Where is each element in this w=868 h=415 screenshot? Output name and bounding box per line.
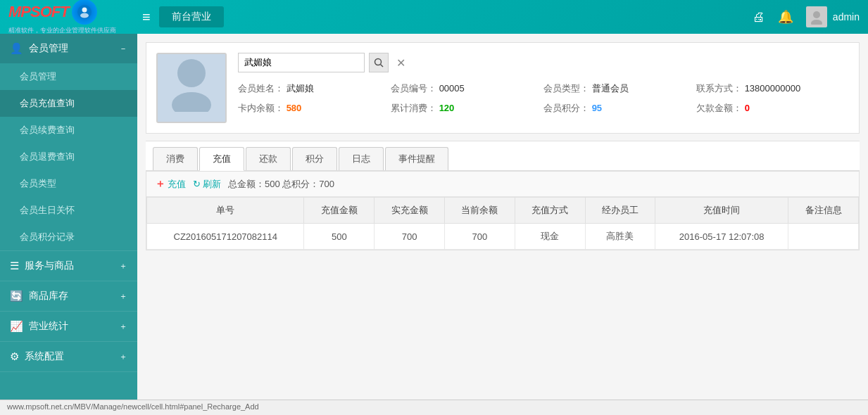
sidebar-item-member-type[interactable]: 会员类型 xyxy=(0,170,137,197)
sidebar-item-member-recharge[interactable]: 会员充值查询 xyxy=(0,90,137,117)
refresh-button[interactable]: ↻ 刷新 xyxy=(193,178,221,191)
cell-current-balance: 700 xyxy=(445,224,515,250)
cell-staff: 高胜美 xyxy=(585,224,655,250)
member-name-label: 会员姓名： xyxy=(238,83,284,94)
sidebar-group-header-stats[interactable]: 📈 营业统计 ＋ xyxy=(0,312,137,341)
add-recharge-label: 充值 xyxy=(168,178,186,191)
search-row: ✕ xyxy=(238,53,849,72)
sidebar-group-member: 👤 会员管理 － 会员管理 会员充值查询 会员续费查询 会员退费查询 会员类型 … xyxy=(0,34,137,251)
summary-text: 总金额：500 总积分：700 xyxy=(228,178,334,191)
member-sidebar-items: 会员管理 会员充值查询 会员续费查询 会员退费查询 会员类型 会员生日关怀 会员… xyxy=(0,63,137,250)
member-info-row-1: 会员姓名： 武媚娘 会员编号： 00005 会员类型： 普通会员 联系方式： 1… xyxy=(238,82,849,95)
sidebar-group-header-member[interactable]: 👤 会员管理 － xyxy=(0,34,137,63)
col-actual-amount: 实充金额 xyxy=(375,198,445,224)
svg-line-8 xyxy=(381,65,384,68)
sidebar-group-system: ⚙ 系统配置 ＋ xyxy=(0,342,137,372)
sidebar-item-member-birthday[interactable]: 会员生日关怀 xyxy=(0,197,137,224)
member-consume-item: 累计消费： 120 xyxy=(391,102,543,115)
tab-event[interactable]: 事件提醒 xyxy=(385,147,448,170)
sidebar-item-member-points[interactable]: 会员积分记录 xyxy=(0,224,137,250)
sidebar-group-header-inventory[interactable]: 🔄 商品库存 ＋ xyxy=(0,281,137,311)
svg-point-6 xyxy=(172,92,211,112)
hamburger-button[interactable]: ≡ xyxy=(142,9,151,25)
member-consume-value: 120 xyxy=(439,103,455,113)
member-info-section: ✕ 会员姓名： 武媚娘 会员编号： 00005 会员类型： 普通会员 xyxy=(238,53,849,122)
services-group-icon: ☰ xyxy=(10,260,19,272)
svg-point-3 xyxy=(813,11,820,18)
avatar xyxy=(806,6,827,27)
member-points-label: 会员积分： xyxy=(543,103,589,113)
col-time: 充值时间 xyxy=(655,198,788,224)
col-remark: 备注信息 xyxy=(788,198,859,224)
search-button[interactable] xyxy=(369,53,389,72)
sidebar-group-services: ☰ 服务与商品 ＋ xyxy=(0,251,137,281)
member-type-value: 普通会员 xyxy=(592,83,629,94)
tab-refund[interactable]: 还款 xyxy=(246,147,291,170)
svg-point-5 xyxy=(177,59,206,87)
tab-bar: 消费 充值 还款 积分 日志 事件提醒 xyxy=(146,141,860,171)
logo-wrapper: MPSOFT 精准软件，专业的企业管理软件供应商 xyxy=(8,0,116,35)
logo-text: MPSOFT xyxy=(8,3,69,21)
cell-actual-amount: 700 xyxy=(375,224,445,250)
member-points-item: 会员积分： 95 xyxy=(543,102,696,115)
panel-container: ＋ 充值 ↻ 刷新 总金额：500 总积分：700 单号 充值金额 实充金额 当… xyxy=(146,171,860,250)
sidebar-group-header-services[interactable]: ☰ 服务与商品 ＋ xyxy=(0,251,137,281)
member-debt-value: 0 xyxy=(745,103,750,113)
svg-point-2 xyxy=(80,13,89,18)
sidebar-group-inventory: 🔄 商品库存 ＋ xyxy=(0,281,137,312)
col-recharge-amount: 充值金额 xyxy=(304,198,375,224)
logo-icon xyxy=(72,0,97,25)
recharge-table: 单号 充值金额 实充金额 当前余额 充值方式 经办员工 充值时间 备注信息 CZ… xyxy=(146,197,859,250)
member-debt-label: 欠款金额： xyxy=(696,103,742,113)
member-search-input[interactable] xyxy=(238,53,365,72)
clear-search-button[interactable]: ✕ xyxy=(393,55,408,70)
tab-log[interactable]: 日志 xyxy=(339,147,384,170)
services-group-label: 服务与商品 xyxy=(25,260,74,272)
status-bar: www.mpsoft.net.cn/MBV/Manage/newcell/cel… xyxy=(0,400,868,415)
tab-recharge[interactable]: 充值 xyxy=(199,147,244,171)
member-card: ✕ 会员姓名： 武媚娘 会员编号： 00005 会员类型： 普通会员 xyxy=(146,42,860,134)
admin-name: admin xyxy=(833,11,860,23)
main-layout: 👤 会员管理 － 会员管理 会员充值查询 会员续费查询 会员退费查询 会员类型 … xyxy=(0,34,868,415)
svg-point-1 xyxy=(82,7,87,12)
member-type-item: 会员类型： 普通会员 xyxy=(543,82,696,95)
member-id-item: 会员编号： 00005 xyxy=(391,82,543,95)
print-icon[interactable]: 🖨 xyxy=(753,10,765,25)
content-area: ✕ 会员姓名： 武媚娘 会员编号： 00005 会员类型： 普通会员 xyxy=(137,34,868,415)
top-header: MPSOFT 精准软件，专业的企业管理软件供应商 ≡ 前台营业 🖨 🔔 xyxy=(0,0,868,34)
services-expand-icon: ＋ xyxy=(119,260,127,272)
sidebar-item-member-refund[interactable]: 会员退费查询 xyxy=(0,143,137,170)
member-consume-label: 累计消费： xyxy=(391,103,436,113)
tab-points[interactable]: 积分 xyxy=(292,147,337,170)
stats-expand-icon: ＋ xyxy=(119,321,127,333)
member-balance-label: 卡内余额： xyxy=(238,103,284,113)
table-row: CZ201605171207082114 500 700 700 现金 高胜美 … xyxy=(147,224,859,250)
refresh-label: 刷新 xyxy=(203,178,221,191)
col-method: 充值方式 xyxy=(515,198,585,224)
sidebar-item-member-list[interactable]: 会员管理 xyxy=(0,63,137,90)
admin-area[interactable]: admin xyxy=(806,6,860,27)
table-header-row: 单号 充值金额 实充金额 当前余额 充值方式 经办员工 充值时间 备注信息 xyxy=(147,198,859,224)
member-expand-icon: － xyxy=(119,43,127,55)
action-bar: ＋ 充值 ↻ 刷新 总金额：500 总积分：700 xyxy=(146,172,859,197)
status-url: www.mpsoft.net.cn/MBV/Manage/newcell/cel… xyxy=(7,402,259,411)
sidebar: 👤 会员管理 － 会员管理 会员充值查询 会员续费查询 会员退费查询 会员类型 … xyxy=(0,34,137,415)
member-balance-value: 580 xyxy=(287,103,302,113)
sidebar-group-stats: 📈 营业统计 ＋ xyxy=(0,312,137,342)
member-id-value: 00005 xyxy=(439,83,465,94)
tab-consume[interactable]: 消费 xyxy=(153,147,198,170)
avatar-placeholder-icon xyxy=(167,56,216,120)
cell-remark xyxy=(788,224,859,250)
search-icon xyxy=(374,58,384,68)
add-recharge-button[interactable]: ＋ 充值 xyxy=(155,177,186,191)
sidebar-item-member-expense[interactable]: 会员续费查询 xyxy=(0,117,137,143)
sidebar-group-header-system[interactable]: ⚙ 系统配置 ＋ xyxy=(0,342,137,371)
bell-icon[interactable]: 🔔 xyxy=(778,9,793,25)
member-name-item: 会员姓名： 武媚娘 xyxy=(238,82,391,95)
member-name-value: 武媚娘 xyxy=(287,83,314,94)
member-group-icon: 👤 xyxy=(10,42,23,55)
member-contact-value: 13800000000 xyxy=(745,83,801,94)
svg-point-7 xyxy=(375,59,382,65)
col-order-no: 单号 xyxy=(147,198,304,224)
cell-order-no: CZ201605171207082114 xyxy=(147,224,304,250)
